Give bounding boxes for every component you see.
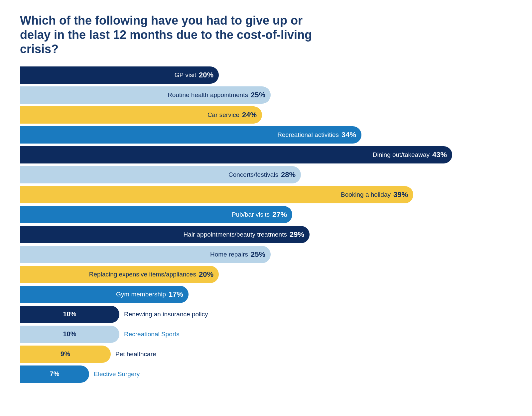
bar-pct-insurance-policy: 10%: [63, 310, 76, 318]
bar-insurance-policy: 10%: [20, 306, 119, 323]
bar-booking-holiday: Booking a holiday39%: [20, 186, 413, 203]
bar-row-replacing-appliances: Replacing expensive items/appliances20%: [20, 266, 512, 283]
bar-pct-recreational-sports: 10%: [63, 330, 76, 338]
bar-recreational-activities: Recreational activities34%: [20, 126, 361, 144]
bar-home-repairs: Home repairs25%: [20, 246, 271, 263]
bar-label-replacing-appliances: Replacing expensive items/appliances: [89, 271, 196, 278]
bar-row-pub-bar: Pub/bar visits27%: [20, 206, 512, 223]
bar-row-insurance-policy: 10%Renewing an insurance policy: [20, 306, 512, 323]
bar-gym-membership: Gym membership17%: [20, 286, 189, 303]
bar-label-pet-healthcare: Pet healthcare: [115, 351, 156, 358]
bar-pct-concerts-festivals: 28%: [281, 170, 296, 179]
bar-pct-pub-bar: 27%: [272, 210, 287, 219]
bar-label-gp-visit: GP visit: [175, 71, 196, 79]
bar-pct-pet-healthcare: 9%: [61, 350, 70, 358]
bar-label-recreational-activities: Recreational activities: [277, 131, 339, 139]
bar-pct-replacing-appliances: 20%: [199, 270, 213, 279]
bar-label-dining-out: Dining out/takeaway: [373, 151, 430, 158]
bar-pct-dining-out: 43%: [432, 151, 447, 159]
bar-row-routine-health: Routine health appointments25%: [20, 86, 512, 104]
bar-pct-booking-holiday: 39%: [393, 190, 408, 199]
bar-row-dining-out: Dining out/takeaway43%: [20, 146, 512, 163]
bar-label-booking-holiday: Booking a holiday: [341, 191, 391, 198]
bars-container: GP visit20%Routine health appointments25…: [20, 66, 512, 383]
bar-pct-elective-surgery: 7%: [50, 370, 60, 378]
bar-gp-visit: GP visit20%: [20, 66, 219, 84]
bar-label-routine-health: Routine health appointments: [168, 91, 248, 99]
bar-pct-home-repairs: 25%: [251, 250, 265, 259]
bar-label-concerts-festivals: Concerts/festivals: [228, 171, 278, 178]
bar-row-hair-beauty: Hair appointments/beauty treatments29%: [20, 226, 512, 243]
bar-label-recreational-sports: Recreational Sports: [124, 331, 180, 338]
bar-label-hair-beauty: Hair appointments/beauty treatments: [183, 231, 287, 238]
bar-dining-out: Dining out/takeaway43%: [20, 146, 452, 163]
bar-elective-surgery: 7%: [20, 365, 89, 383]
bar-hair-beauty: Hair appointments/beauty treatments29%: [20, 226, 310, 243]
bar-concerts-festivals: Concerts/festivals28%: [20, 166, 301, 183]
bar-routine-health: Routine health appointments25%: [20, 86, 271, 104]
bar-label-home-repairs: Home repairs: [210, 251, 248, 258]
bar-row-recreational-activities: Recreational activities34%: [20, 126, 512, 144]
bar-label-pub-bar: Pub/bar visits: [232, 211, 270, 218]
bar-row-gym-membership: Gym membership17%: [20, 286, 512, 303]
bar-pct-recreational-activities: 34%: [341, 131, 356, 139]
bar-car-service: Car service24%: [20, 106, 262, 124]
bar-replacing-appliances: Replacing expensive items/appliances20%: [20, 266, 219, 283]
bar-pet-healthcare: 9%: [20, 346, 111, 363]
chart-title: Which of the following have you had to g…: [20, 13, 319, 56]
bar-label-gym-membership: Gym membership: [116, 291, 166, 298]
bar-row-home-repairs: Home repairs25%: [20, 246, 512, 263]
bar-row-booking-holiday: Booking a holiday39%: [20, 186, 512, 203]
bar-row-elective-surgery: 7%Elective Surgery: [20, 365, 512, 383]
bar-pct-gym-membership: 17%: [169, 290, 183, 299]
bar-row-car-service: Car service24%: [20, 106, 512, 124]
bar-row-concerts-festivals: Concerts/festivals28%: [20, 166, 512, 183]
bar-row-pet-healthcare: 9%Pet healthcare: [20, 346, 512, 363]
bar-pct-gp-visit: 20%: [199, 71, 213, 79]
bar-pct-car-service: 24%: [242, 111, 257, 119]
bar-pct-hair-beauty: 29%: [290, 230, 304, 239]
bar-row-recreational-sports: 10%Recreational Sports: [20, 326, 512, 343]
bar-label-insurance-policy: Renewing an insurance policy: [124, 311, 208, 318]
bar-pub-bar: Pub/bar visits27%: [20, 206, 292, 223]
bar-recreational-sports: 10%: [20, 326, 119, 343]
bar-row-gp-visit: GP visit20%: [20, 66, 512, 84]
bar-label-elective-surgery: Elective Surgery: [94, 370, 140, 378]
bar-pct-routine-health: 25%: [251, 91, 265, 99]
bar-label-car-service: Car service: [207, 111, 239, 119]
